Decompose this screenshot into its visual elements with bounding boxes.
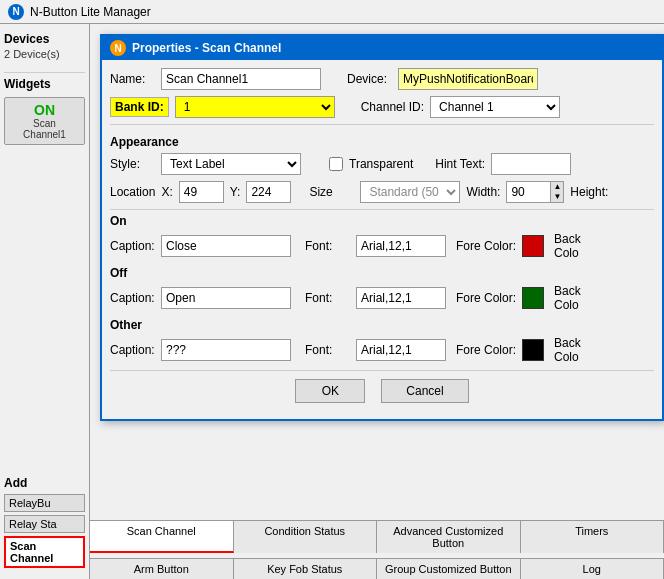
- other-font-input[interactable]: [356, 339, 446, 361]
- tab-group-customized[interactable]: Group Customized Button: [377, 559, 521, 579]
- x-input[interactable]: [179, 181, 224, 203]
- dialog-title-bar: N Properties - Scan Channel: [102, 36, 662, 60]
- appearance-label: Appearance: [110, 135, 654, 149]
- location-label: Location: [110, 185, 155, 199]
- dialog-body: Name: Device: Bank ID: 1 2 Channel ID: C…: [102, 60, 662, 419]
- dialog-icon: N: [110, 40, 126, 56]
- content-area: N Properties - Scan Channel Name: Device…: [90, 24, 664, 579]
- cancel-button[interactable]: Cancel: [381, 379, 468, 403]
- width-input[interactable]: [506, 181, 551, 203]
- on-caption-label: Caption:: [110, 239, 155, 253]
- off-section: Off Caption: Font: Fore Color: Back Colo: [110, 266, 654, 312]
- transparent-checkbox[interactable]: [329, 157, 343, 171]
- on-section: On Caption: Font: Fore Color: Back Colo: [110, 214, 654, 260]
- widget-name: ScanChannel1: [7, 118, 82, 140]
- devices-count: 2 Device(s): [4, 48, 85, 60]
- channelid-select[interactable]: Channel 1 Channel 2: [430, 96, 560, 118]
- style-transparent-row: Style: Text Label Button Transparent Hin…: [110, 153, 654, 175]
- on-caption-input[interactable]: [161, 235, 291, 257]
- sidebar: Devices 2 Device(s) Widgets ON ScanChann…: [0, 24, 90, 579]
- on-font-input[interactable]: [356, 235, 446, 257]
- width-down-arrow[interactable]: ▼: [551, 192, 563, 202]
- on-forecolor-label: Fore Color:: [456, 239, 516, 253]
- other-row: Caption: Font: Fore Color: Back Colo: [110, 336, 654, 364]
- transparent-label: Transparent: [349, 157, 413, 171]
- on-row: Caption: Font: Fore Color: Back Colo: [110, 232, 654, 260]
- other-backcolor-label: Back Colo: [554, 336, 604, 364]
- size-select[interactable]: Standard (50%): [360, 181, 460, 203]
- off-font-label: Font:: [305, 291, 350, 305]
- appearance-section: Appearance Style: Text Label Button Tran…: [110, 124, 654, 175]
- widget-on-text: ON: [7, 102, 82, 118]
- dialog-title-text: Properties - Scan Channel: [132, 41, 281, 55]
- other-caption-label: Caption:: [110, 343, 155, 357]
- relay-status-btn[interactable]: Relay Sta: [4, 515, 85, 533]
- name-label: Name:: [110, 72, 155, 86]
- off-row: Caption: Font: Fore Color: Back Colo: [110, 284, 654, 312]
- hint-text-input[interactable]: [491, 153, 571, 175]
- on-fore-color-box[interactable]: [522, 235, 544, 257]
- bottom-tabs-row1: Scan Channel Condition Status Advanced C…: [90, 520, 664, 553]
- y-input[interactable]: [246, 181, 291, 203]
- app-title: N-Button Lite Manager: [30, 5, 151, 19]
- other-label: Other: [110, 318, 654, 332]
- relay-button-btn[interactable]: RelayBu: [4, 494, 85, 512]
- x-label: X:: [161, 185, 172, 199]
- widget-scan-channel[interactable]: ON ScanChannel1: [4, 97, 85, 145]
- name-input[interactable]: [161, 68, 321, 90]
- ok-button[interactable]: OK: [295, 379, 365, 403]
- dialog-footer: OK Cancel: [110, 370, 654, 411]
- off-backcolor-label: Back Colo: [554, 284, 604, 312]
- app-icon: N: [8, 4, 24, 20]
- y-label: Y:: [230, 185, 241, 199]
- tab-log[interactable]: Log: [521, 559, 665, 579]
- tab-arm-button[interactable]: Arm Button: [90, 559, 234, 579]
- tab-key-fob-status[interactable]: Key Fob Status: [234, 559, 378, 579]
- other-forecolor-label: Fore Color:: [456, 343, 516, 357]
- devices-label: Devices: [4, 32, 85, 46]
- width-spinner[interactable]: ▲ ▼: [506, 181, 564, 203]
- tab-scan-channel[interactable]: Scan Channel: [90, 521, 234, 553]
- scan-channel-btn[interactable]: Scan Channel: [4, 536, 85, 568]
- other-fore-color-box[interactable]: [522, 339, 544, 361]
- title-bar: N N-Button Lite Manager: [0, 0, 664, 24]
- properties-dialog: N Properties - Scan Channel Name: Device…: [100, 34, 664, 421]
- on-label: On: [110, 214, 654, 228]
- off-caption-input[interactable]: [161, 287, 291, 309]
- width-up-arrow[interactable]: ▲: [551, 182, 563, 192]
- width-arrows[interactable]: ▲ ▼: [551, 181, 564, 203]
- bottom-tabs-row2: Arm Button Key Fob Status Group Customiz…: [90, 558, 664, 579]
- add-section: Add RelayBu Relay Sta Scan Channel: [4, 476, 85, 571]
- name-device-row: Name: Device:: [110, 68, 654, 90]
- style-select[interactable]: Text Label Button: [161, 153, 301, 175]
- on-font-label: Font:: [305, 239, 350, 253]
- other-caption-input[interactable]: [161, 339, 291, 361]
- device-label: Device:: [347, 72, 392, 86]
- other-font-label: Font:: [305, 343, 350, 357]
- tab-advanced-customized[interactable]: Advanced Customized Button: [377, 521, 521, 553]
- tab-condition-status[interactable]: Condition Status: [234, 521, 378, 553]
- main-layout: Devices 2 Device(s) Widgets ON ScanChann…: [0, 24, 664, 579]
- hint-text-label: Hint Text:: [435, 157, 485, 171]
- other-section: Other Caption: Font: Fore Color: Back Co…: [110, 318, 654, 364]
- width-label: Width:: [466, 185, 500, 199]
- off-font-input[interactable]: [356, 287, 446, 309]
- channelid-label: Channel ID:: [361, 100, 424, 114]
- bankid-label: Bank ID:: [110, 97, 169, 117]
- off-fore-color-box[interactable]: [522, 287, 544, 309]
- add-label: Add: [4, 476, 85, 490]
- on-backcolor-label: Back Colo: [554, 232, 604, 260]
- bankid-select[interactable]: 1 2: [175, 96, 335, 118]
- bankid-channelid-row: Bank ID: 1 2 Channel ID: Channel 1 Chann…: [110, 96, 654, 118]
- device-input[interactable]: [398, 68, 538, 90]
- height-label: Height:: [570, 185, 608, 199]
- location-size-row: Location X: Y: Size Standard (50%) Width…: [110, 181, 654, 203]
- tab-timers[interactable]: Timers: [521, 521, 665, 553]
- off-forecolor-label: Fore Color:: [456, 291, 516, 305]
- style-label: Style:: [110, 157, 155, 171]
- widgets-label: Widgets: [4, 77, 85, 91]
- size-label: Size: [309, 185, 354, 199]
- off-caption-label: Caption:: [110, 291, 155, 305]
- off-label: Off: [110, 266, 654, 280]
